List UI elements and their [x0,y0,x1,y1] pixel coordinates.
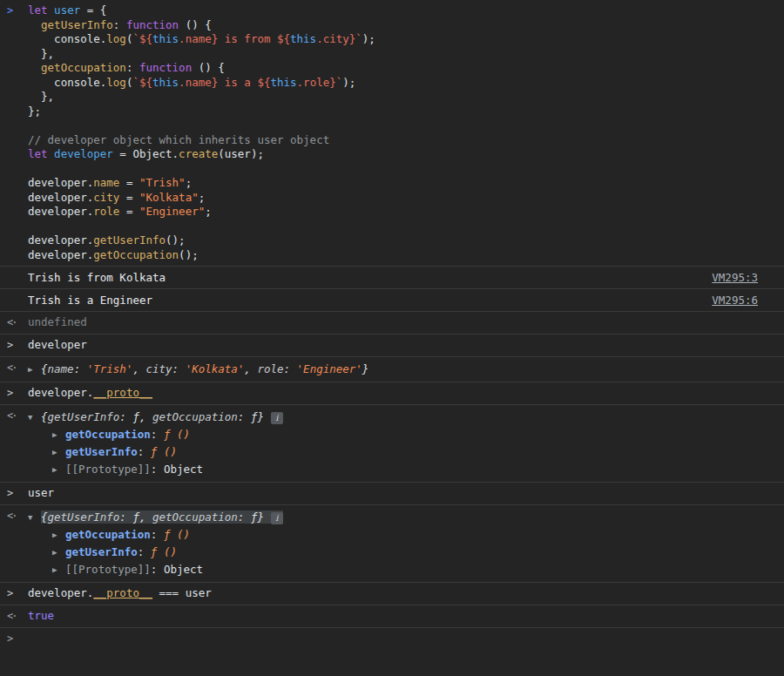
code-line: }, [28,47,758,62]
object-property-row[interactable]: ▶getOccupation: ƒ () [52,526,758,544]
disclosure-triangle-icon[interactable]: ▶ [52,526,65,544]
result-text: undefined [28,315,87,328]
command-content: developer.__proto__ === user [28,586,758,601]
code-line: }, [28,90,758,105]
code-token: developer. [28,191,93,204]
code-token: ƒ () [164,528,190,541]
code-token: "Trish" [139,176,186,189]
disclosure-triangle-icon[interactable]: ▶ [52,561,65,578]
code-token: = [119,205,139,218]
code-token: console. [28,76,106,89]
code-token: : [138,545,151,558]
console-input[interactable] [28,632,758,646]
object-property-row[interactable]: ▶[[Prototype]]: Object [52,561,758,578]
code-token: .city}` [316,32,362,45]
code-token: this [152,32,179,45]
console-entry-result: <·undefined [0,312,784,335]
code-token: = { [80,3,106,17]
code-line: getUserInfo: function () { [28,18,758,33]
result-content: ▼{getUserInfo: ƒ, getOccupation: ƒ}i▶get… [28,409,758,478]
code-line: console.log(`${this.name} is from ${this… [28,32,758,47]
code-token: , [139,410,152,423]
object-property-row[interactable]: ▶[[Prototype]]: Object [52,461,758,478]
code-token: , [139,510,152,524]
console-panel: >let user = { getUserInfo: function () {… [0,0,784,650]
input-chevron-icon[interactable]: > [7,632,28,646]
code-token: this [270,76,296,89]
code-token: log [106,32,126,45]
source-location-link[interactable]: VM295:6 [712,293,758,308]
log-content: Trish is from KolkataVM295:3 [28,270,758,285]
object-property-row[interactable]: ▶getOccupation: ƒ () [52,426,758,443]
code-token: getUserInfo [93,233,166,247]
code-line: let user = { [28,3,758,18]
code-token: = [119,191,139,204]
code-token: : [113,18,126,31]
code-token: getOccupation [152,410,238,423]
code-token: developer. [28,248,93,261]
code-token: : [238,410,251,423]
disclosure-triangle-icon[interactable]: ▼ [28,510,41,526]
code-token: : [126,61,139,74]
code-token: } [257,410,264,423]
code-token: role [257,362,283,375]
code-token: "Engineer" [139,205,205,218]
command-text: user [28,486,758,501]
object-property-row[interactable]: ▶getUserInfo: ƒ () [52,443,758,461]
code-line: // developer object which inherits user … [28,133,758,148]
code-line: developer.role = "Engineer"; [28,205,758,220]
code-token: function [139,61,192,74]
code-token: ƒ [132,410,139,423]
object-preview-row[interactable]: ▼{getUserInfo: ƒ, getOccupation: ƒ}i [28,509,758,526]
object-preview-row[interactable]: ▶{name: 'Trish', city: 'Kolkata', role: … [28,361,758,378]
code-token: city [93,191,119,204]
code-token: function [126,18,179,31]
disclosure-triangle-icon[interactable]: ▶ [52,426,65,443]
command-content: developer.__proto__ [28,386,758,401]
code-token: name [93,176,119,189]
code-token: developer. [28,233,93,247]
source-location-link[interactable]: VM295:3 [712,270,758,285]
object-property-row[interactable]: ▶getUserInfo: ƒ () [52,544,758,561]
code-token: .name} is a ${ [179,76,270,89]
disclosure-triangle-icon[interactable]: ▼ [28,409,41,426]
code-token: getUserInfo [41,18,113,31]
code-token: ƒ [132,510,139,524]
console-entry-command: >developer.__proto__ === user [0,583,784,605]
disclosure-triangle-icon[interactable]: ▶ [52,461,65,478]
code-token: getOccupation [41,61,126,74]
log-message: Trish is a Engineer [28,293,152,308]
info-icon[interactable]: i [271,412,283,424]
command-text: developer [28,338,758,353]
code-token [48,147,55,160]
object-preview: {name: 'Trish', city: 'Kolkata', role: '… [41,362,368,375]
code-token: developer. [28,386,93,399]
code-token: getOccupation [65,428,151,441]
command-text: developer.__proto__ [28,386,758,401]
code-token: (); [166,233,186,247]
disclosure-triangle-icon[interactable]: ▶ [52,443,65,461]
disclosure-triangle-icon[interactable]: ▶ [28,362,41,378]
code-token: "Kolkata" [139,191,199,204]
console-entry-log: Trish is a EngineerVM295:6 [0,289,784,312]
result-arrow-icon: <· [7,409,28,423]
object-preview: {getUserInfo: ƒ, getOccupation: ƒ}i [41,410,283,423]
code-token: : [172,362,186,375]
input-chevron-icon: > [7,486,28,501]
code-token: name [48,362,74,375]
result-content: true [28,609,758,624]
object-preview-row[interactable]: ▼{getUserInfo: ƒ, getOccupation: ƒ}i [28,409,758,426]
code-token: ; [186,176,193,189]
command-text: developer.__proto__ === user [28,586,758,601]
info-icon[interactable]: i [271,512,283,524]
object-preview: {getUserInfo: ƒ, getOccupation: ƒ}i [41,510,283,524]
code-token: : [138,445,151,458]
console-entry-result: <·true [0,605,784,628]
code-token: : [151,463,164,476]
input-chevron-icon: > [7,338,28,353]
disclosure-triangle-icon[interactable]: ▶ [52,544,65,561]
code-token: .name} is from ${ [179,32,290,45]
code-line [28,220,758,234]
prompt-content[interactable] [28,632,758,646]
code-token: { [41,362,48,375]
